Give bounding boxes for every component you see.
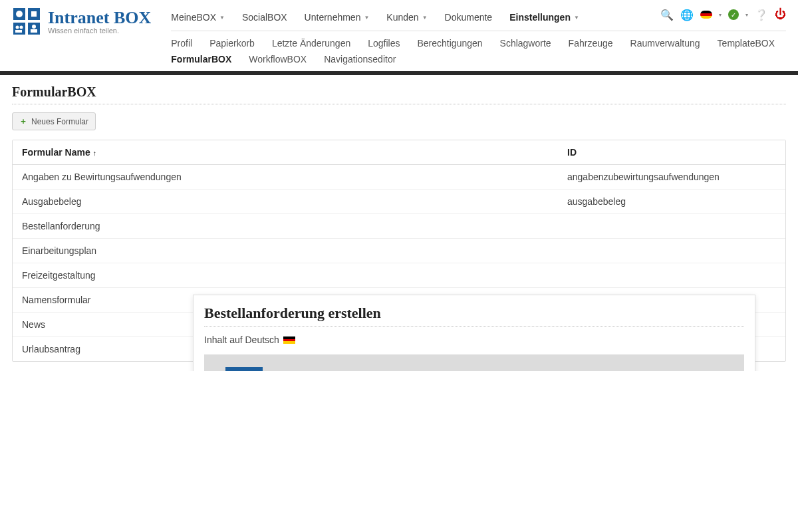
caret-icon: ▼	[364, 15, 369, 21]
logo-text: Intranet BOX	[48, 8, 151, 28]
table-row[interactable]: Freizeitgestaltung	[13, 263, 785, 288]
logo-icon	[12, 7, 41, 36]
subnav-schlagworte[interactable]: Schlagworte	[500, 38, 551, 49]
table-row[interactable]: Bestellanforderung	[13, 214, 785, 239]
svg-rect-7	[15, 30, 22, 33]
table-row[interactable]: Ausgabebelegausgabebeleg	[13, 190, 785, 214]
caret-icon: ▼	[219, 15, 225, 21]
search-icon[interactable]: 🔍	[660, 9, 674, 21]
nav-kunden[interactable]: Kunden▼	[386, 12, 427, 23]
svg-point-5	[16, 26, 19, 29]
logo-area: Intranet BOX Wissen einfach teilen.	[12, 7, 151, 36]
nav-dokumente[interactable]: Dokumente	[445, 12, 493, 23]
header-icons: 🔍 🌐 ▾ ✓▾ ❔ ⏻	[660, 8, 786, 21]
table-row[interactable]: Angaben zu Bewirtungsaufwendungenangaben…	[13, 165, 785, 190]
sub-nav: Profil Papierkorb Letzte Änderungen Logf…	[171, 31, 786, 71]
nav-einstellungen[interactable]: Einstellungen▼	[509, 12, 579, 23]
subnav-templatebox[interactable]: TemplateBOX	[718, 38, 775, 49]
nav-meinebox[interactable]: MeineBOX▼	[171, 12, 225, 23]
modal-title: Bestellanforderung erstellen	[204, 305, 744, 322]
plus-icon: ＋	[19, 116, 27, 127]
subnav-raumverwaltung[interactable]: Raumverwaltung	[630, 38, 700, 49]
subnav-profil[interactable]: Profil	[171, 38, 192, 49]
subnav-papierkorb[interactable]: Papierkorb	[209, 38, 255, 49]
create-order-modal: Bestellanforderung erstellen Inhalt auf …	[193, 295, 755, 371]
table-row[interactable]: Einarbeitungsplan	[13, 239, 785, 263]
flag-de-icon[interactable]	[700, 11, 712, 19]
help-icon[interactable]: ❔	[755, 9, 768, 21]
svg-point-9	[32, 25, 36, 29]
subnav-logfiles[interactable]: Logfiles	[368, 38, 400, 49]
svg-rect-4	[13, 23, 25, 35]
subnav-letzte-aenderungen[interactable]: Letzte Änderungen	[272, 38, 350, 49]
subnav-fahrzeuge[interactable]: Fahrzeuge	[569, 38, 613, 49]
nav-socialbox[interactable]: SocialBOX	[242, 12, 287, 23]
modal-subtitle: Inhalt auf Deutsch	[204, 334, 744, 345]
status-ok-icon[interactable]: ✓	[728, 9, 739, 20]
globe-icon[interactable]: 🌐	[680, 9, 694, 21]
caret-icon: ▼	[422, 15, 428, 21]
subnav-berechtigungen[interactable]: Berechtigungen	[417, 38, 482, 49]
subnav-workflowbox[interactable]: WorkflowBOX	[249, 54, 307, 65]
page-title: FormularBOX	[12, 84, 786, 100]
subnav-navigationseditor[interactable]: Navigationseditor	[324, 54, 396, 65]
svg-point-6	[20, 26, 23, 29]
col-header-id[interactable]: ID	[558, 140, 785, 164]
new-form-button[interactable]: ＋Neues Formular	[12, 112, 96, 130]
flag-de-icon	[283, 336, 295, 344]
svg-rect-10	[31, 29, 37, 33]
power-icon[interactable]: ⏻	[775, 8, 786, 21]
caret-icon: ▼	[574, 15, 579, 21]
col-header-name[interactable]: Formular Name ↑	[13, 140, 558, 164]
svg-rect-3	[31, 11, 37, 17]
nav-unternehmen[interactable]: Unternehmen▼	[305, 12, 370, 23]
sort-asc-icon: ↑	[93, 149, 97, 157]
svg-point-1	[16, 11, 23, 17]
subnav-formularbox[interactable]: FormularBOX	[171, 54, 231, 65]
legend-von: VON	[225, 367, 263, 371]
